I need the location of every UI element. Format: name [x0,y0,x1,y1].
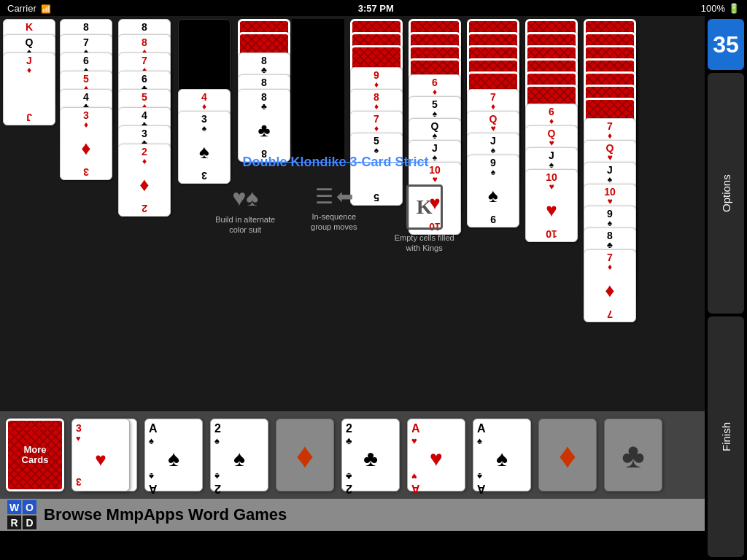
status-left: Carrier [7,3,51,14]
icon-label-2: In-sequence group moves [301,211,367,233]
game-icons: ♥♠ Build in alternate color suit ☰ ⬅ In-… [212,184,460,254]
group-move-icon: ☰ ⬅ [301,184,367,209]
deck-card-diamond-gray-2[interactable]: ♦ [538,419,597,491]
icon-kings-only: K Empty cells filled with Kings [389,184,460,254]
card-black-col4 [178,19,231,92]
carrier-label: Carrier [7,3,36,14]
card-9-col9[interactable]: 9♠ ♠ 9 [467,155,519,228]
right-panel: 35 Options Finish [705,16,747,560]
black-gap-col6 [292,19,344,165]
deck-card-2-spades[interactable]: 2♠ ♠ 2♠ [210,419,268,491]
deck-stack-1[interactable]: 3♠ ♠ 3♠ 3♥ ♥ 3 [71,419,137,491]
word-games-icon[interactable]: W O R D [7,500,36,529]
game-info: Double Klondike 3-Card Strict ♥♠ Build i… [212,155,460,261]
deck-card-ace-hearts[interactable]: A♥ ♥ A♥ [407,419,465,491]
deck-card-club-gray[interactable]: ♣ [604,419,662,491]
score-box: 35 [708,19,744,70]
bottom-bar: W O R D Browse MmpApps Word Games [0,499,705,531]
time-display: 3:57 PM [358,3,394,14]
more-cards-button[interactable]: More Cards [6,419,64,491]
status-bar: Carrier 3:57 PM 100% 🔋 [0,0,747,16]
icon-label-1: Build in alternate color suit [212,214,279,236]
game-title: Double Klondike 3-Card Strict [212,155,460,170]
wifi-icon [41,3,51,14]
deck-card-diamond-gray[interactable]: ♦ [276,419,334,491]
hearts-spades-icon: ♥♠ [212,184,279,211]
card-8-center[interactable]: 8♣ ♣ 8 [238,89,290,162]
browse-label[interactable]: Browse MmpApps Word Games [44,505,287,524]
deck-card-2-clubs[interactable]: 2♣ ♣ 2♣ [341,419,400,491]
word-cell-o: O [23,500,36,514]
options-button[interactable]: Options [708,73,744,314]
deck-area: More Cards 3♠ ♠ 3♠ 3♥ ♥ 3 A♠ ♠ A♠ 2♠ ♠ 2… [0,411,705,499]
deck-card-ace-spades[interactable]: A♠ ♠ A♠ [144,419,203,491]
deck-card-ace-spades-2[interactable]: A♠ ♠ A♠ [473,419,531,491]
deck-card-3h[interactable]: 3♥ ♥ 3 [71,419,130,491]
icon-group-moves: ☰ ⬅ In-sequence group moves [301,184,367,254]
card-3-diamonds-stack[interactable]: 3♦ ♦ 3 [60,107,112,180]
battery-display: 100% 🔋 [701,3,740,14]
finish-button[interactable]: Finish [708,316,744,557]
card-10-col10[interactable]: 10♥ ♥ 10 [525,169,578,242]
word-cell-r: R [7,516,21,529]
card-7-col11-b[interactable]: 7♦ ♦ 7 [584,249,636,322]
battery-icon: 🔋 [728,3,740,14]
card-j-diamonds[interactable]: J♦ J [3,52,55,125]
card-2-diamonds[interactable]: 2♦ ♦ 2 [118,144,171,217]
word-cell-w: W [7,500,21,514]
battery-percent: 100% [701,3,725,14]
game-area: K K♥ ♥ K♥ Q♠ Q♠ J♦ J 8♠ ♠ 8♠ 7♠ ♠ 7♠ [0,16,705,421]
icon-label-3: Empty cells filled with Kings [389,233,460,254]
word-cell-d: D [23,516,36,529]
more-cards-label: More Cards [12,445,58,466]
icon-alternate-color: ♥♠ Build in alternate color suit [212,184,279,254]
king-box-icon: K [406,184,443,230]
